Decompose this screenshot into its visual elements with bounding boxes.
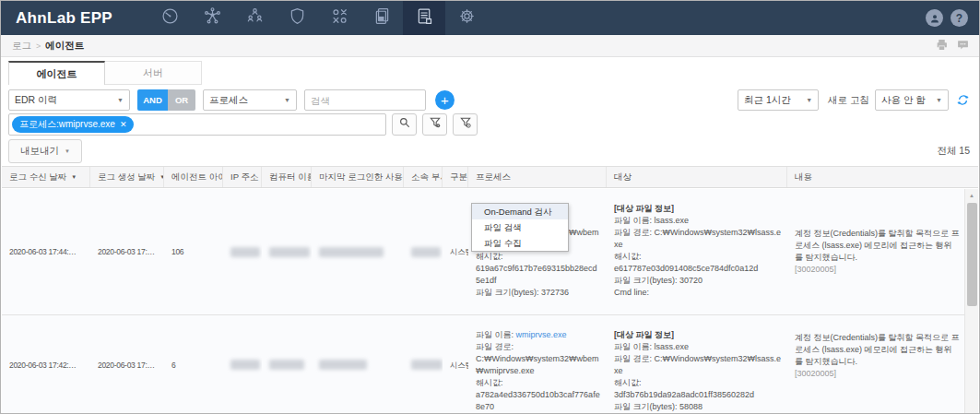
nav-settings[interactable] (445, 1, 488, 35)
filter-settings-button[interactable] (453, 113, 478, 136)
table-row[interactable]: 2020-06-03 17:44:… 2020-06-03 17:… 106 시… (2, 189, 978, 315)
context-menu: On-Demand 검사 파일 검색 파일 수집 (471, 203, 569, 252)
total-count: 전체 15 (937, 145, 970, 158)
header-created-date[interactable]: 로그 생성 날짜▼ (90, 167, 164, 187)
main-content: 에이전트 서버 EDR 이력 ▼ AND OR 프로세스 ▼ + 최근 1시간 (1, 57, 979, 413)
user-account-icon[interactable] (926, 9, 943, 27)
top-navbar: AhnLab EPP ? (1, 1, 979, 35)
nav-analysis[interactable] (191, 1, 233, 35)
header-ip[interactable]: IP 주소 (223, 167, 262, 187)
breadcrumb-actions (935, 39, 970, 53)
cell-received: 2020-06-03 17:44:… (2, 189, 90, 314)
filter-row: EDR 이력 ▼ AND OR 프로세스 ▼ + 최근 1시간 ▼ 새로 고침 (8, 89, 970, 111)
logs-icon (415, 6, 434, 30)
table-header-row: 로그 수신 날짜▼ 로그 생성 날짜▼ 에이전트 아이디 IP 주소 컴퓨터 이… (2, 166, 978, 188)
auto-refresh-select[interactable]: 사용 안 함 ▼ (875, 89, 949, 111)
log-table: 로그 수신 날짜▼ 로그 생성 날짜▼ 에이전트 아이디 IP 주소 컴퓨터 이… (2, 166, 978, 413)
breadcrumb: 로그 > 에이전트 (1, 35, 979, 57)
nav-agent-groups[interactable] (233, 1, 276, 35)
nav-logs[interactable] (403, 1, 445, 35)
cell-ip-redacted (223, 315, 262, 413)
nav-report[interactable] (360, 1, 403, 35)
scroll-up-icon[interactable]: ▲ (965, 189, 978, 202)
scrollbar-thumb[interactable] (967, 203, 977, 306)
export-button[interactable]: 내보내기 ▼ (8, 139, 82, 163)
tab-agent[interactable]: 에이전트 (8, 61, 105, 85)
nav-policy[interactable] (276, 1, 318, 35)
process-file-link[interactable]: wmiprvse.exe (516, 330, 567, 339)
menu-item-ondemand-scan[interactable]: On-Demand 검사 (472, 204, 568, 219)
header-category[interactable]: 구분 (443, 167, 468, 187)
header-target[interactable]: 대상 (607, 167, 787, 187)
and-button[interactable]: AND (137, 89, 168, 111)
export-label: 내보내기 (20, 145, 59, 158)
sort-desc-icon: ▼ (71, 174, 77, 180)
chip-close-icon[interactable]: ✕ (120, 120, 127, 129)
table-toolbar: 내보내기 ▼ 전체 15 (8, 139, 970, 163)
add-filter-button[interactable]: + (435, 90, 455, 110)
period-value: 최근 1시간 (744, 94, 791, 107)
help-icon[interactable]: ? (950, 9, 968, 27)
refresh-icon[interactable] (955, 93, 971, 107)
auto-refresh-value: 사용 안 함 (881, 94, 926, 107)
period-select[interactable]: 최근 1시간 ▼ (738, 89, 819, 111)
header-process[interactable]: 프로세스 (468, 167, 607, 187)
agent-groups-icon (245, 6, 265, 30)
filter-chip-container: 프로세스:wmiprvse.exe ✕ (8, 113, 386, 136)
epp-console-window: AhnLab EPP ? 로그 > 에이전트 에이전트 서버 (0, 0, 980, 414)
tooltip-help-icon[interactable] (956, 39, 970, 53)
cell-category: 시스템 (443, 189, 468, 314)
cell-process: 파일 이름: wmiprvse.exe 파일 경로: C:₩Windows₩sy… (468, 315, 607, 413)
nav-detection[interactable] (318, 1, 360, 35)
header-last-user[interactable]: 마지막 로그인한 사용자 (312, 167, 404, 187)
cell-target: [대상 파일 정보] 파일 이름: lsass.exe 파일 경로: C:₩Wi… (607, 189, 787, 314)
table-body: 2020-06-03 17:44:… 2020-06-03 17:… 106 시… (2, 189, 978, 413)
table-row[interactable]: 2020-06-03 17:42:… 2020-06-03 17:… 6 시스템… (2, 315, 978, 413)
cell-received: 2020-06-03 17:42:… (2, 315, 90, 413)
cell-category: 시스템 (443, 315, 468, 413)
search-field-select[interactable]: 프로세스 ▼ (203, 89, 297, 111)
or-button[interactable]: OR (168, 89, 195, 111)
auto-refresh-label: 새로 고침 (828, 94, 869, 107)
cell-target: [대상 파일 정보] 파일 이름: lsass.exe 파일 경로: C:₩Wi… (607, 315, 787, 413)
header-agent-id[interactable]: 에이전트 아이디 (164, 167, 223, 187)
filter-right-group: 최근 1시간 ▼ 새로 고침 사용 안 함 ▼ (738, 89, 970, 111)
log-type-select[interactable]: EDR 이력 ▼ (8, 89, 130, 111)
analysis-network-icon (203, 6, 222, 30)
main-navigation (148, 1, 488, 35)
nav-dashboard[interactable] (148, 1, 191, 35)
navbar-right: ? (926, 1, 968, 35)
cell-content: 계정 정보(Credentials)를 탈취할 목적으로 프로세스 (lsass… (787, 189, 978, 314)
detection-ox-icon (330, 6, 349, 30)
cell-content: 계정 정보(Credentials)를 탈취할 목적으로 프로세스 (lsass… (787, 315, 978, 413)
filter-chip-label: 프로세스:wmiprvse.exe (19, 118, 115, 131)
cell-computer-redacted (262, 315, 312, 413)
print-icon[interactable] (935, 39, 949, 53)
search-field-value: 프로세스 (209, 94, 248, 107)
vertical-scrollbar[interactable]: ▲ (964, 189, 978, 413)
app-logo: AhnLab EPP (1, 9, 148, 28)
filter-funnel-icon (429, 116, 442, 133)
log-source-tabs: 에이전트 서버 (8, 61, 202, 85)
cell-department-redacted (404, 315, 443, 413)
menu-item-file-collect[interactable]: 파일 수집 (472, 235, 568, 251)
tab-server[interactable]: 서버 (105, 61, 202, 85)
cell-process: 파일 이름: wmiprvse.exe 파일 경로: C:₩Windows₩sy… (468, 189, 607, 314)
menu-item-file-search[interactable]: 파일 검색 (472, 219, 568, 235)
header-department[interactable]: 소속 부서 (404, 167, 443, 187)
filter-save-button[interactable] (422, 113, 447, 136)
header-computer[interactable]: 컴퓨터 이름 (262, 167, 312, 187)
cell-agent-id: 6 (164, 315, 223, 413)
header-received-date[interactable]: 로그 수신 날짜▼ (2, 167, 90, 187)
chevron-down-icon: ▼ (928, 97, 942, 103)
policy-shield-icon (288, 6, 307, 30)
dashboard-icon (160, 6, 180, 30)
header-content[interactable]: 내용 (787, 167, 978, 187)
breadcrumb-parent[interactable]: 로그 (12, 40, 31, 53)
filter-chip[interactable]: 프로세스:wmiprvse.exe ✕ (12, 116, 134, 133)
cell-last-user-redacted (312, 189, 404, 314)
search-button[interactable] (392, 113, 417, 136)
breadcrumb-separator: > (36, 41, 41, 51)
keyword-input[interactable] (304, 89, 426, 111)
chevron-down-icon: ▼ (277, 97, 290, 103)
